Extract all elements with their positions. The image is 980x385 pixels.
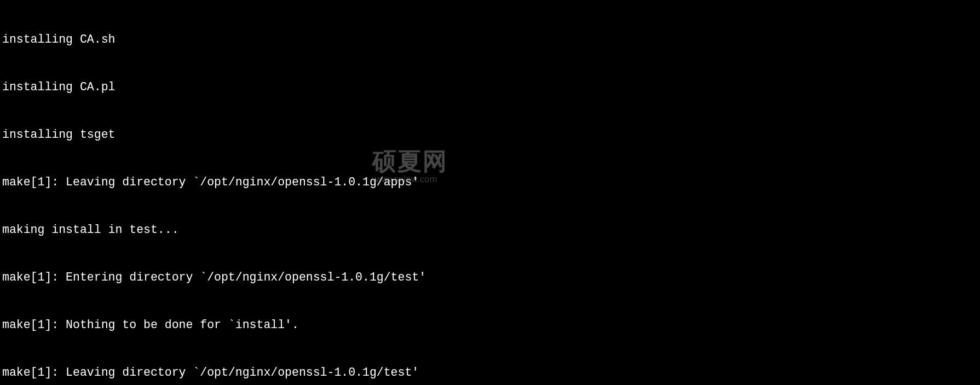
- terminal-line: make[1]: Entering directory `/opt/nginx/…: [2, 270, 978, 285]
- terminal-line: installing CA.sh: [2, 32, 978, 48]
- terminal-line: installing CA.pl: [2, 79, 978, 95]
- terminal-line: make[1]: Leaving directory `/opt/nginx/o…: [2, 365, 978, 381]
- terminal-line: make[1]: Leaving directory `/opt/nginx/o…: [2, 174, 978, 190]
- terminal-line: installing tsget: [2, 127, 978, 143]
- terminal-line: making install in test...: [2, 222, 978, 238]
- terminal-output[interactable]: installing CA.sh installing CA.pl instal…: [2, 0, 978, 385]
- terminal-line: make[1]: Nothing to be done for `install…: [2, 317, 978, 333]
